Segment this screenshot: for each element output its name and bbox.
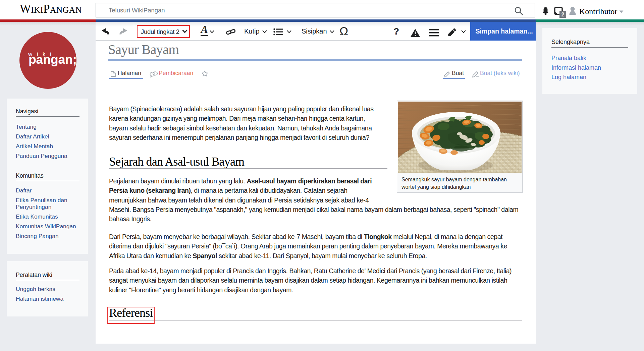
- svg-text:2: 2: [561, 12, 565, 17]
